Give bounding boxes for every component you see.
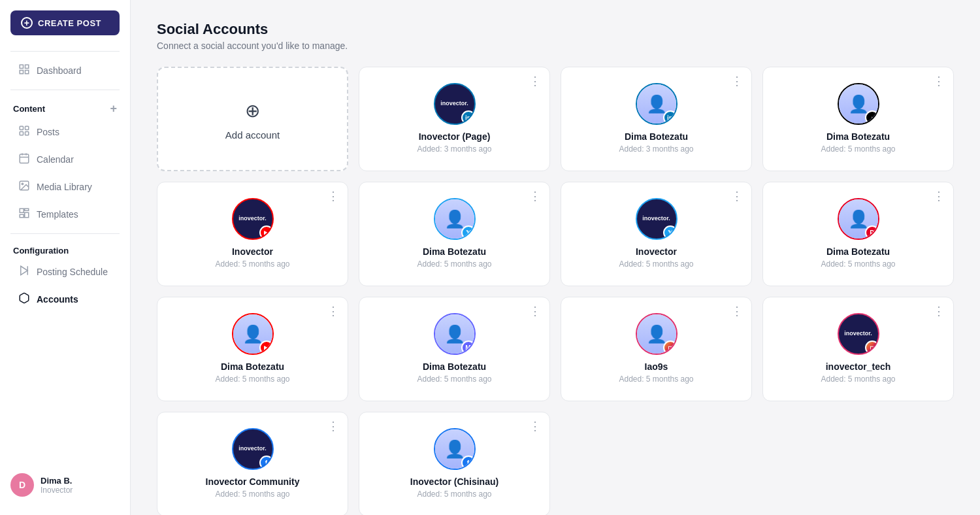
account-avatar: inovector.𝕏	[636, 198, 678, 240]
sidebar-item-posts[interactable]: Posts	[5, 119, 125, 145]
account-menu-button[interactable]: ⋮	[529, 420, 542, 432]
accounts-icon	[18, 292, 30, 307]
account-card: ⋮inovector.◻inovector_techAdded: 5 month…	[762, 297, 954, 401]
account-menu-button[interactable]: ⋮	[327, 420, 340, 432]
svg-point-13	[22, 183, 23, 184]
page-title: Social Accounts	[157, 21, 954, 38]
account-avatar: 👤M	[434, 313, 476, 355]
mastodon-badge: M	[461, 341, 476, 355]
facebook-badge: f	[259, 456, 274, 470]
instagram-badge: ◻	[865, 341, 879, 355]
sidebar-item-calendar[interactable]: Calendar	[5, 146, 125, 173]
account-added-date: Added: 5 months ago	[821, 374, 895, 384]
sidebar-item-media-library[interactable]: Media Library	[5, 174, 125, 200]
account-avatar: 👤◻	[636, 313, 678, 355]
user-name: Dima B.	[41, 476, 73, 486]
sidebar-item-posting-schedule[interactable]: Posting Schedule	[5, 259, 125, 285]
facebook-badge: f	[461, 456, 476, 470]
avatar-wrapper: inovector.▶	[232, 198, 274, 240]
sidebar-item-dashboard[interactable]: Dashboard	[5, 58, 125, 84]
svg-rect-15	[25, 208, 29, 210]
add-account-icon: ⊕	[245, 100, 260, 122]
avatar-wrapper: 👤♪	[838, 83, 879, 125]
configuration-section-label: Configuration	[0, 239, 130, 258]
create-post-button[interactable]: + CREATE POST	[10, 10, 120, 35]
divider-top	[10, 51, 120, 52]
dashboard-icon	[18, 63, 30, 78]
pinterest-badge: P	[865, 225, 879, 240]
account-menu-button[interactable]: ⋮	[731, 190, 743, 202]
avatar: D	[10, 473, 34, 497]
account-menu-button[interactable]: ⋮	[731, 75, 743, 87]
youtube-badge: ▶	[259, 341, 274, 355]
account-menu-button[interactable]: ⋮	[327, 305, 340, 317]
avatar-wrapper: inovector.f	[232, 428, 274, 470]
account-card: ⋮inovector.▶InovectorAdded: 5 months ago	[157, 182, 348, 286]
add-content-icon[interactable]: +	[110, 102, 117, 116]
account-avatar: 👤▶	[232, 313, 274, 355]
account-avatar: inovector.in	[434, 83, 476, 125]
avatar-wrapper: 👤f	[434, 428, 476, 470]
account-card: ⋮inovector.𝕏InovectorAdded: 5 months ago	[561, 182, 752, 286]
account-added-date: Added: 5 months ago	[215, 490, 289, 499]
svg-rect-0	[20, 65, 23, 68]
account-name: Inovector Community	[206, 476, 300, 487]
account-added-date: Added: 3 months ago	[619, 144, 693, 154]
account-menu-button[interactable]: ⋮	[933, 75, 945, 87]
account-card: ⋮👤fInovector (Chisinau)Added: 5 months a…	[359, 412, 550, 515]
svg-rect-16	[25, 212, 29, 218]
user-profile[interactable]: D Dima B. Inovector	[0, 465, 130, 505]
create-post-label: CREATE POST	[38, 18, 101, 28]
linkedin-badge: in	[461, 110, 476, 125]
account-card: ⋮👤◻Iao9sAdded: 5 months ago	[561, 297, 752, 401]
account-menu-button[interactable]: ⋮	[731, 305, 743, 317]
add-account-card[interactable]: ⊕ Add account	[157, 67, 348, 171]
account-name: Iao9s	[645, 361, 668, 372]
account-card: ⋮👤▶Dima BotezatuAdded: 5 months ago	[157, 297, 348, 401]
account-avatar: 👤♪	[838, 83, 879, 125]
posting-schedule-label: Posting Schedule	[37, 267, 108, 277]
account-name: inovector_tech	[826, 361, 891, 372]
avatar-wrapper: inovector.in	[434, 83, 476, 125]
linkedin-badge: in	[663, 110, 678, 125]
templates-label: Templates	[37, 209, 78, 220]
add-account-label: Add account	[225, 129, 280, 141]
account-menu-button[interactable]: ⋮	[529, 305, 542, 317]
sidebar-item-templates[interactable]: Templates	[5, 201, 125, 227]
account-avatar: inovector.▶	[232, 198, 274, 240]
sidebar-item-accounts[interactable]: Accounts	[5, 286, 125, 312]
account-avatar: 👤f	[434, 428, 476, 470]
plus-circle-icon: +	[21, 17, 33, 29]
account-added-date: Added: 5 months ago	[619, 259, 693, 269]
account-avatar: 👤𝕏	[434, 198, 476, 240]
account-menu-button[interactable]: ⋮	[933, 305, 945, 317]
sidebar: + CREATE POST Dashboard Content + Posts …	[0, 0, 131, 515]
avatar-wrapper: inovector.◻	[838, 313, 879, 355]
account-menu-button[interactable]: ⋮	[933, 190, 945, 202]
account-menu-button[interactable]: ⋮	[327, 190, 340, 202]
media-library-icon	[18, 180, 30, 194]
account-card: ⋮inovector.inInovector (Page)Added: 3 mo…	[359, 67, 550, 171]
instagram-badge: ◻	[663, 341, 678, 355]
account-card: ⋮inovector.fInovector CommunityAdded: 5 …	[157, 412, 348, 515]
avatar-wrapper: 👤M	[434, 313, 476, 355]
posts-icon	[18, 125, 30, 139]
account-avatar: 👤in	[636, 83, 678, 125]
account-added-date: Added: 5 months ago	[417, 374, 491, 384]
avatar-wrapper: 👤▶	[232, 313, 274, 355]
account-card: ⋮👤MDima BotezatuAdded: 5 months ago	[359, 297, 550, 401]
account-name: Inovector (Chisinau)	[410, 476, 498, 487]
account-name: Dima Botezatu	[423, 361, 486, 372]
account-added-date: Added: 5 months ago	[821, 144, 895, 154]
account-menu-button[interactable]: ⋮	[529, 75, 542, 87]
calendar-icon	[18, 152, 30, 167]
svg-marker-18	[21, 266, 28, 275]
account-menu-button[interactable]: ⋮	[529, 190, 542, 202]
main-content: Social Accounts Connect a social account…	[131, 0, 980, 515]
account-added-date: Added: 5 months ago	[417, 490, 491, 499]
templates-icon	[18, 207, 30, 222]
avatar-wrapper: inovector.𝕏	[636, 198, 678, 240]
page-subtitle: Connect a social account you'd like to m…	[157, 41, 954, 51]
account-name: Dima Botezatu	[423, 246, 486, 257]
avatar-wrapper: 👤in	[636, 83, 678, 125]
